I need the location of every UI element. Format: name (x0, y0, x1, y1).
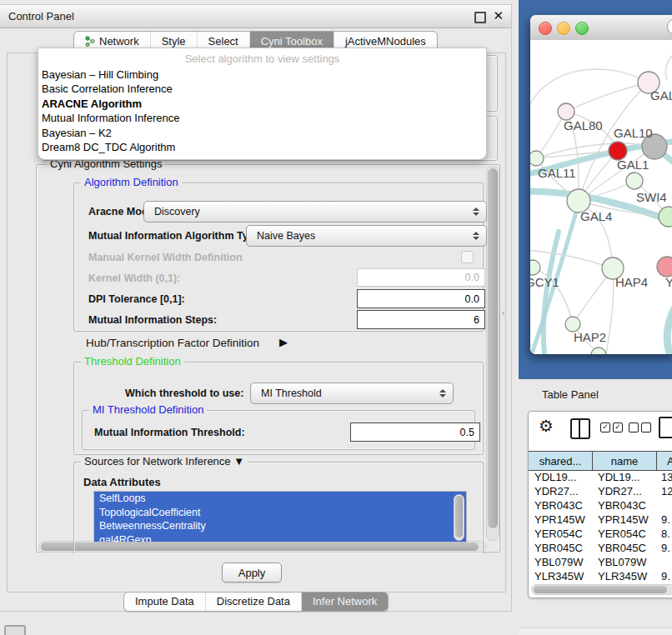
deselect-all-icon[interactable] (629, 422, 651, 432)
aracne-mode-combo[interactable]: Discovery (143, 201, 487, 222)
file-icon[interactable] (659, 417, 672, 438)
data-attributes-list[interactable]: SelfLoopsTopologicalCoefficientBetweenne… (93, 491, 467, 542)
table-row[interactable]: YDR27...YDR27...12 (529, 484, 672, 498)
column-header-a[interactable]: A (657, 452, 672, 470)
apply-button[interactable]: Apply (222, 562, 282, 582)
algorithm-dropdown-popup: Select algorithm to view settings Bayesi… (38, 48, 487, 160)
table-cell: YBL079W (593, 556, 657, 568)
column-header-shared[interactable]: shared... (529, 452, 593, 470)
table-panel-window: ⚙ ✓ ✓ shared...nameA YDL19...YDL19...13Y… (528, 411, 672, 598)
network-edge[interactable] (566, 82, 649, 112)
attribute-item-topologicalcoefficient[interactable]: TopologicalCoefficient (94, 506, 466, 520)
table-cell: YER054C (593, 528, 657, 540)
mac-zoom-button[interactable] (575, 22, 589, 35)
network-node-label: GAL1 (617, 158, 649, 172)
table-row[interactable]: YPR145WYPR145W9. (529, 512, 672, 527)
network-node-gal1[interactable] (626, 172, 643, 189)
table-cell: YPR145W (593, 513, 657, 526)
combo-arrows-icon (473, 208, 479, 216)
sources-group-title: Sources for Network Inference ▼ (81, 455, 248, 468)
tab-label: Style (162, 35, 186, 48)
network-edge[interactable] (665, 45, 672, 80)
algorithm-option-basic-correlation-inference[interactable]: Basic Correlation Inference (38, 82, 486, 96)
mi-type-value: Naive Bayes (257, 230, 315, 242)
mac-close-button[interactable] (539, 22, 552, 35)
column-header-name[interactable]: name (593, 452, 657, 470)
clipped-toolbar-button[interactable] (667, 18, 672, 35)
tab-label: Impute Data (135, 595, 194, 608)
network-node-gal80[interactable] (558, 103, 574, 120)
splitter-handle[interactable]: ‹ (502, 308, 504, 318)
network-node-gcy1[interactable] (530, 260, 540, 275)
mi-steps-field[interactable]: 6 (357, 310, 485, 329)
control-panel-titlebar[interactable]: Control Panel ✕ (0, 5, 511, 28)
hub-expand-arrow-icon[interactable]: ▶ (279, 336, 288, 348)
network-icon (85, 36, 95, 47)
tab-label: Select (208, 35, 238, 48)
attribute-item-betweennesscentrality[interactable]: BetweennessCentrality (94, 519, 466, 533)
table-row[interactable]: YDL19...YDL19...13 (529, 470, 672, 484)
network-node-gal11[interactable] (530, 151, 544, 166)
manual-kernel-checkbox[interactable] (461, 251, 474, 263)
table-row[interactable]: YER054CYER054C8. (529, 527, 672, 541)
network-view-window[interactable]: GALGAL80GAL10GAL11GAL1SWI4GAL4GCY1HAP4YH… (530, 15, 672, 354)
network-edge[interactable] (667, 283, 672, 354)
gear-icon[interactable]: ⚙ (539, 416, 554, 436)
table-cell: YDR27... (593, 485, 657, 498)
table-header-row[interactable]: shared...nameA (529, 451, 672, 471)
mi-threshold-definition-title: MI Threshold Definition (89, 403, 207, 416)
algorithm-option-mutual-information-inference[interactable]: Mutual Information Inference (38, 111, 486, 125)
network-edge[interactable] (605, 268, 614, 354)
algorithm-option-dream8-dc-tdc-algorithm[interactable]: Dream8 DC_TDC Algorithm (38, 140, 486, 154)
tab-label: Discretize Data (217, 595, 290, 608)
settings-vertical-scrollbar[interactable] (486, 166, 499, 541)
combo-arrows-icon (473, 232, 479, 240)
columns-icon[interactable] (570, 418, 590, 439)
tab-impute-data[interactable]: Impute Data (124, 592, 205, 611)
network-node-y[interactable] (657, 257, 672, 277)
select-all-icon[interactable]: ✓ ✓ (600, 422, 623, 432)
network-canvas[interactable]: GALGAL80GAL10GAL11GAL1SWI4GAL4GCY1HAP4YH… (530, 40, 672, 354)
network-edge[interactable] (530, 69, 649, 117)
network-node-label: HAP2 (574, 330, 606, 344)
control-panel-title: Control Panel (8, 10, 74, 22)
mi-type-combo[interactable]: Naive Bayes (246, 225, 487, 247)
bottom-strip (519, 628, 672, 635)
attribute-item-selfloops[interactable]: SelfLoops (94, 492, 466, 506)
aracne-mode-value: Discovery (154, 206, 200, 218)
attributes-scrollbar[interactable] (454, 494, 464, 541)
cyni-bottom-tabbar: Impute DataDiscretize DataInfer Network (123, 592, 389, 612)
network-node-label: GAL10 (614, 126, 653, 140)
settings-vertical-scrollbar-thumb[interactable] (488, 168, 498, 528)
table-horizontal-scrollbar-thumb[interactable] (534, 586, 667, 593)
attribute-item-gal4rgexp[interactable]: gal4RGexp (94, 533, 466, 542)
network-node-label: GAL80 (564, 118, 603, 132)
dpi-tolerance-field[interactable]: 0.0 (357, 289, 485, 308)
sources-collapse-arrow-icon[interactable]: ▼ (233, 455, 244, 468)
network-node-swi4[interactable] (659, 207, 672, 227)
network-edge[interactable] (530, 250, 613, 268)
table-cell: YBR045C (593, 542, 657, 554)
table-row[interactable]: YBR043CYBR043C (529, 498, 672, 512)
which-threshold-combo[interactable]: MI Threshold (250, 382, 454, 404)
table-horizontal-scrollbar[interactable] (531, 584, 672, 595)
network-node-label: SWI4 (636, 190, 667, 204)
kernel-width-field[interactable]: 0.0 (357, 268, 485, 287)
algorithm-option-bayesian-k2[interactable]: Bayesian – K2 (38, 126, 486, 140)
algorithm-option-bayesian-hill-climbing[interactable]: Bayesian – Hill Climbing (38, 68, 486, 82)
table-row[interactable]: YBL079WYBL079W (529, 555, 672, 569)
tab-infer-network[interactable]: Infer Network (301, 592, 388, 611)
attributes-scrollbar-thumb[interactable] (455, 496, 463, 538)
algorithm-option-aracne-algorithm[interactable]: ARACNE Algorithm (38, 97, 486, 111)
tab-discretize-data[interactable]: Discretize Data (205, 592, 301, 611)
mac-minimize-button[interactable] (557, 22, 570, 35)
float-window-icon[interactable] (474, 12, 486, 23)
collapsed-panel-icon[interactable] (4, 625, 26, 635)
tab-label: jActiveMNodules (345, 35, 426, 48)
close-icon[interactable]: ✕ (493, 8, 504, 23)
table-row[interactable]: YBR045CYBR045C9. (529, 541, 672, 555)
table-cell: 13 (657, 471, 672, 483)
table-cell: YDL19... (529, 471, 593, 483)
table-row[interactable]: YLR345WYLR345W9. (529, 569, 672, 581)
mi-threshold-field[interactable]: 0.5 (350, 422, 480, 442)
